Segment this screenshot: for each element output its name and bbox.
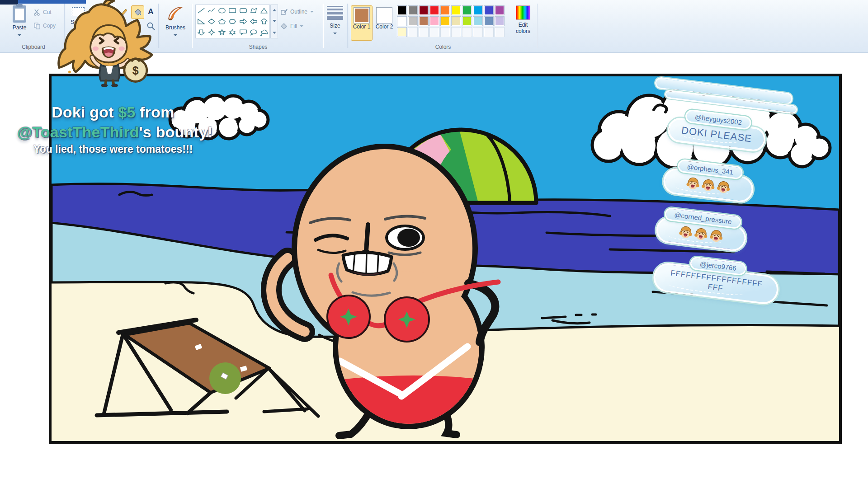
copy-icon bbox=[33, 22, 41, 29]
fill-label: Fill bbox=[290, 23, 297, 29]
scroll-up-icon bbox=[273, 9, 276, 11]
palette-swatch[interactable] bbox=[397, 16, 407, 26]
palette-swatch[interactable] bbox=[408, 5, 418, 15]
shapes-grid bbox=[195, 5, 270, 38]
shape-callout-rectangle-button[interactable] bbox=[238, 27, 248, 38]
shape-rectangle-icon bbox=[228, 7, 236, 14]
outline-icon bbox=[280, 8, 288, 15]
paste-button[interactable]: Paste bbox=[7, 5, 32, 42]
palette-swatch[interactable] bbox=[419, 16, 429, 26]
dollar-sign: $ bbox=[132, 64, 139, 77]
palette-swatch[interactable] bbox=[429, 5, 439, 15]
chibi-blush bbox=[93, 47, 99, 51]
edit-colors-button[interactable]: Edit colors bbox=[511, 5, 535, 42]
shape-star-4-icon bbox=[208, 29, 216, 36]
brush-icon bbox=[166, 4, 185, 23]
palette-swatch[interactable] bbox=[484, 5, 494, 15]
shapes-group-label: Shapes bbox=[193, 44, 323, 50]
palette-swatch[interactable] bbox=[462, 16, 472, 26]
palette-swatch[interactable] bbox=[419, 5, 429, 15]
palette-swatch[interactable] bbox=[440, 5, 450, 15]
color1-button[interactable]: Color 1 bbox=[351, 5, 373, 41]
shape-hexagon-button[interactable] bbox=[227, 16, 238, 27]
palette-swatch[interactable] bbox=[462, 5, 472, 15]
paste-dropdown-caret bbox=[18, 34, 21, 36]
palette-swatch-empty[interactable] bbox=[473, 27, 483, 37]
shape-line-button[interactable] bbox=[196, 5, 206, 16]
brushes-button[interactable]: Brushes bbox=[161, 4, 190, 47]
palette-swatch[interactable] bbox=[495, 5, 505, 15]
shape-star-5-button[interactable] bbox=[217, 27, 227, 38]
palette-swatch[interactable] bbox=[473, 16, 483, 26]
shape-arrow-up-icon bbox=[260, 18, 268, 25]
clipboard-group: Paste Cut Copy Clipboard bbox=[4, 0, 63, 52]
shape-arrow-down-button[interactable] bbox=[196, 27, 206, 38]
shape-star-5-icon bbox=[218, 29, 226, 36]
group-separator bbox=[323, 4, 323, 48]
shape-callout-rectangle-icon bbox=[239, 29, 247, 36]
shape-arrow-up-button[interactable] bbox=[259, 16, 269, 27]
colors-group: Color 1 Color 2 Edit colors Colors bbox=[349, 0, 537, 52]
shape-rectangle-button[interactable] bbox=[227, 5, 238, 16]
shape-arrow-right-button[interactable] bbox=[238, 16, 248, 27]
palette-swatch-empty[interactable] bbox=[429, 27, 439, 37]
donation-line1: Doki got $5 from bbox=[17, 102, 270, 122]
fill-dropdown-caret bbox=[300, 25, 303, 27]
shape-star-4-button[interactable] bbox=[206, 27, 217, 38]
palette-swatch[interactable] bbox=[451, 5, 461, 15]
palette-swatch[interactable] bbox=[397, 27, 407, 37]
color1-swatch bbox=[354, 8, 369, 23]
palette-swatch[interactable] bbox=[473, 5, 483, 15]
shape-callout-oval-icon bbox=[250, 29, 258, 36]
shape-polygon-button[interactable] bbox=[248, 5, 259, 16]
shape-diamond-button[interactable] bbox=[206, 16, 217, 27]
palette-swatch[interactable] bbox=[484, 16, 494, 26]
size-button[interactable]: Size bbox=[325, 5, 345, 44]
shape-rounded-rectangle-button[interactable] bbox=[238, 5, 248, 16]
laughing-emote-icon bbox=[685, 176, 700, 191]
scissors-icon bbox=[33, 9, 41, 16]
shape-triangle-button[interactable] bbox=[259, 5, 269, 16]
group-separator bbox=[192, 4, 192, 48]
clipboard-group-label: Clipboard bbox=[4, 44, 63, 50]
palette-swatch-empty[interactable] bbox=[408, 27, 418, 37]
shape-arrow-left-button[interactable] bbox=[248, 16, 259, 27]
shape-curve-button[interactable] bbox=[206, 5, 217, 16]
shape-ellipse-button[interactable] bbox=[217, 5, 227, 16]
shape-callout-oval-button[interactable] bbox=[248, 27, 259, 38]
palette-swatch[interactable] bbox=[397, 5, 407, 15]
fill-icon bbox=[280, 23, 288, 30]
brushes-dropdown-caret bbox=[174, 34, 177, 36]
palette-swatch-empty[interactable] bbox=[495, 27, 505, 37]
palette-swatch[interactable] bbox=[440, 16, 450, 26]
palette-swatch-empty[interactable] bbox=[440, 27, 450, 37]
palette-swatch[interactable] bbox=[408, 16, 418, 26]
chibi-avatar-sticker: $ bbox=[56, 0, 156, 87]
palette-swatch-empty[interactable] bbox=[419, 27, 429, 37]
group-separator bbox=[347, 4, 348, 48]
shape-pentagon-icon bbox=[218, 18, 226, 25]
palette-swatch-empty[interactable] bbox=[484, 27, 494, 37]
palette-swatch[interactable] bbox=[429, 16, 439, 26]
shapes-group: Outline Fill Shapes bbox=[193, 0, 323, 52]
paste-clipboard-icon bbox=[13, 5, 26, 23]
shapes-scroll-buttons[interactable] bbox=[270, 5, 278, 38]
brushes-label: Brushes bbox=[161, 24, 190, 31]
shape-pentagon-button[interactable] bbox=[217, 16, 227, 27]
palette-swatch-empty[interactable] bbox=[451, 27, 461, 37]
outline-button[interactable]: Outline bbox=[280, 6, 324, 17]
shape-callout-cloud-button[interactable] bbox=[259, 27, 269, 38]
shape-right-triangle-button[interactable] bbox=[196, 16, 206, 27]
laughing-emote-icon bbox=[709, 228, 724, 243]
palette-swatch-empty[interactable] bbox=[462, 27, 472, 37]
color1-label: Color 1 bbox=[351, 24, 372, 30]
size-label: Size bbox=[325, 23, 345, 29]
palette-swatch[interactable] bbox=[495, 16, 505, 26]
color2-button[interactable]: Color 2 bbox=[373, 5, 395, 41]
palette-swatch[interactable] bbox=[451, 16, 461, 26]
size-group: Size bbox=[325, 0, 345, 52]
outline-dropdown-caret bbox=[310, 11, 314, 13]
fill-button[interactable]: Fill bbox=[280, 21, 324, 32]
shape-star-6-button[interactable] bbox=[227, 27, 238, 38]
shape-hexagon-icon bbox=[228, 18, 236, 25]
